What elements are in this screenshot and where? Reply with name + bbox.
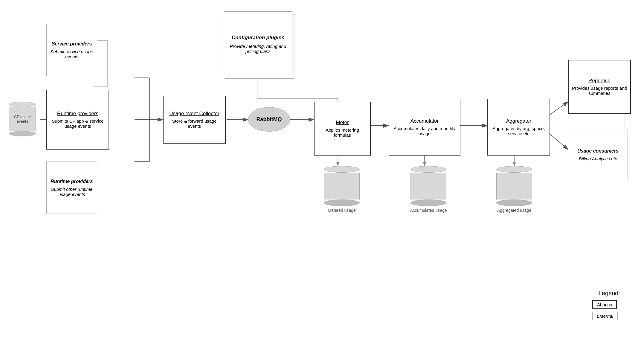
runtime-providers-top-text: Submits CF app & service usage events (50, 118, 106, 129)
accumulated-usage-label: Accumulated usage (410, 208, 447, 213)
aggregator-title: Aggregator (506, 118, 531, 124)
svg-line-26 (547, 132, 568, 150)
runtime-providers-bottom-box: Runtime providers Submit other runtime u… (46, 162, 97, 214)
runtime-providers-top-box: Runtime providers Submits CF app & servi… (46, 90, 109, 150)
reporting-title: Reporting (588, 78, 611, 84)
service-providers-title: Service providers (52, 41, 92, 47)
service-providers-box: Service providers Submit service usage e… (46, 24, 97, 76)
rabbitmq-oval: RabbitMQ (248, 107, 290, 132)
service-providers-text: Submit service usage events (50, 49, 94, 59)
runtime-providers-top-title: Runtime providers (57, 111, 98, 117)
meter-box: Meter Applies metering formulas (314, 102, 371, 156)
legend-title: Legend: (592, 290, 620, 297)
legend-external: External (592, 312, 620, 320)
legend: Legend: Abacus External (592, 290, 620, 323)
runtime-providers-bottom-text: Submit other runtime usage events (50, 187, 94, 197)
rabbitmq-label: RabbitMQ (257, 116, 282, 123)
usage-consumers-box: Usage consumers Billing Analytics etc (568, 129, 628, 181)
config-plugins-text: Provide metering, rating and pricing pla… (227, 44, 289, 54)
reporting-text: Provides usage reports and summaries (572, 86, 627, 96)
aggregated-usage-label: Aggregated usage (497, 208, 531, 213)
aggregator-text: Aggregates by org, space, service etc (491, 126, 547, 136)
accumulator-text: Accumulates daily and monthly usage (392, 126, 457, 136)
usage-consumers-title: Usage consumers (577, 148, 619, 154)
diagram: CF usage events Service providers Submit… (0, 0, 644, 341)
legend-external-label: External (597, 313, 613, 319)
collector-text: Store & forward usage events (167, 118, 222, 129)
svg-line-25 (547, 102, 568, 117)
collector-box: Usage event Collector Store & forward us… (163, 96, 226, 144)
accumulated-usage-cylinder: Accumulated usage (406, 166, 451, 213)
reporting-box: Reporting Provides usage reports and sum… (568, 60, 631, 114)
meter-text: Applies metering formulas (318, 127, 367, 138)
legend-external-box: External (592, 312, 618, 320)
metered-usage-label: Metered usage (328, 208, 355, 213)
config-plugins-title: Configuration plugins (232, 35, 285, 41)
legend-abacus-label: Abacus (597, 302, 612, 307)
cf-usage-cylinder: CF usage events (6, 102, 39, 136)
legend-abacus: Abacus (592, 300, 620, 309)
metered-usage-cylinder: Metered usage (319, 166, 364, 213)
accumulator-box: Accumulator Accumulates daily and monthl… (389, 99, 460, 156)
aggregator-box: Aggregator Aggregates by org, space, ser… (487, 99, 550, 156)
runtime-providers-bottom-title: Runtime providers (51, 179, 93, 184)
aggregated-usage-cylinder: Aggregated usage (492, 166, 537, 213)
cf-usage-label: CF usage events (9, 115, 36, 124)
collector-title: Usage event Collector (169, 111, 219, 117)
config-plugins-box: Configuration plugins Provide metering, … (224, 11, 292, 77)
accumulator-title: Accumulator (410, 118, 439, 124)
legend-abacus-box: Abacus (592, 300, 617, 309)
usage-consumers-text: Billing Analytics etc (579, 156, 617, 161)
meter-title: Meter (336, 120, 349, 126)
